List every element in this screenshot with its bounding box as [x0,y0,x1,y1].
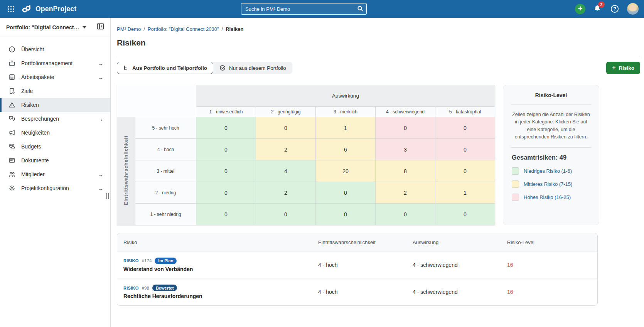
risk-impact-value: 4 - schwerwiegend [406,262,501,268]
legend-high-risk[interactable]: Hohes Risiko (16-25) [512,194,593,201]
matrix-cell[interactable]: 4 [256,160,316,182]
matrix-cell[interactable]: 0 [435,160,495,182]
sidebar-item-uebersicht[interactable]: Übersicht [0,42,110,56]
sidebar: Portfolio: "Digital Connect 203..." Über… [0,18,111,327]
top-bar: OpenProject + 2 ? [0,0,644,18]
sidebar-item-risiken[interactable]: Risiken [0,98,110,112]
breadcrumb-project-link[interactable]: PM² Demo [117,26,141,32]
matrix-cell[interactable]: 0 [256,204,316,225]
matrix-cell[interactable]: 0 [316,182,376,204]
submenu-arrow-icon: → [98,116,103,122]
sidebar-item-portfoliomanagement[interactable]: Portfoliomanagement → [0,56,110,70]
column-header-risiko: Risiko [117,239,312,245]
sidebar-item-ziele[interactable]: Ziele [0,84,110,98]
matrix-probability-title: Eintrittswahrscheinlichkeit [117,117,135,225]
matrix-cell[interactable]: 1 [316,117,376,139]
documents-icon [8,157,15,164]
openproject-logo-mark [22,5,32,13]
sidebar-item-neuigkeiten[interactable]: Neuigkeiten [0,126,110,140]
risk-title[interactable]: Widerstand von Verbänden [123,266,312,272]
quick-add-button[interactable]: + [575,4,585,14]
help-icon[interactable]: ? [610,4,619,13]
filter-portfolio-and-subportfolio-button[interactable]: Aus Portfolio und Teilportfolio [117,62,213,74]
matrix-cell[interactable]: 3 [376,139,435,160]
work-packages-icon [8,74,15,81]
matrix-cell[interactable]: 2 [376,182,435,204]
risk-probability-value: 4 - hoch [312,262,406,268]
risk-table-header: Risiko Eintrittswahrscheinlichkeit Auswi… [117,233,597,251]
matrix-probability-label: 3 - mittel [135,160,196,182]
status-badge[interactable]: Bewertet [152,285,177,291]
sidebar-item-besprechungen[interactable]: Besprechungen → [0,112,110,126]
briefcase-icon [8,60,15,67]
matrix-cell[interactable]: 0 [196,139,256,160]
notifications-button[interactable]: 2 [593,4,602,13]
matrix-cell[interactable]: 2 [256,139,316,160]
sidebar-item-label: Arbeitspakete [21,74,54,80]
breadcrumb-portfolio-link[interactable]: Portfolio: "Digital Connect 2030" [148,26,219,32]
matrix-cell[interactable]: 0 [376,204,435,225]
openproject-logo[interactable]: OpenProject [22,5,76,13]
matrix-cell[interactable]: 0 [316,204,376,225]
sidebar-item-arbeitspakete[interactable]: Arbeitspakete → [0,70,110,84]
high-risk-swatch [512,194,519,201]
meetings-icon [8,115,15,122]
notification-count-badge: 2 [598,2,605,8]
matrix-cell[interactable]: 0 [256,117,316,139]
matrix-probability-label: 1 - sehr niedrig [135,204,196,225]
submenu-arrow-icon: → [98,185,103,192]
matrix-cell[interactable]: 6 [316,139,376,160]
risk-title[interactable]: Rechtliche Herausforderungen [123,293,312,299]
matrix-cell[interactable]: 0 [196,117,256,139]
legend-low-risk[interactable]: Niedriges Risiko (1-6) [512,167,593,175]
apps-grid-icon[interactable] [5,3,16,14]
matrix-cell[interactable]: 0 [435,139,495,160]
risk-row[interactable]: RISIKO#98BewertetRechtliche Herausforder… [117,278,597,305]
user-avatar[interactable] [627,3,639,15]
header-divider [117,57,640,57]
global-search [241,3,367,15]
risk-level-panel: Risiko-Level Zellen zeigen die Anzahl de… [503,85,599,225]
matrix-impact-label: 4 - schwerwiegend [376,107,435,117]
sidebar-item-dokumente[interactable]: Dokumente [0,153,110,167]
matrix-cell[interactable]: 8 [376,160,435,182]
low-risk-swatch [512,167,519,175]
matrix-impact-title: Auswirkung [196,85,495,107]
search-icon[interactable] [357,5,364,13]
submenu-arrow-icon: → [98,171,103,178]
matrix-cell[interactable]: 20 [316,160,376,182]
sidebar-resize-handle[interactable] [106,193,109,199]
risk-type-label[interactable]: RISIKO [123,258,139,263]
hierarchy-icon [123,65,129,71]
sidebar-collapse-button[interactable] [97,23,104,31]
filter-only-this-portfolio-button[interactable]: Nur aus diesem Portfolio [213,62,292,74]
legend-medium-risk[interactable]: Mittleres Risiko (7-15) [512,180,593,188]
add-risk-button[interactable]: + Risiko [606,62,640,74]
sidebar-item-label: Besprechungen [21,116,59,122]
matrix-cell[interactable]: 0 [196,160,256,182]
search-input[interactable] [241,3,367,15]
sidebar-item-budgets[interactable]: Budgets [0,140,110,153]
sidebar-item-projektkonfiguration[interactable]: Projektkonfiguration → [0,181,110,195]
risk-level-panel-title: Risiko-Level [509,92,593,98]
sidebar-item-mitglieder[interactable]: Mitglieder → [0,167,110,181]
matrix-probability-label: 4 - hoch [135,139,196,160]
matrix-cell[interactable]: 1 [435,182,495,204]
members-icon [8,171,15,178]
risk-row[interactable]: RISIKO#174Im PlanWiderstand von Verbände… [117,251,597,278]
matrix-cell[interactable]: 0 [376,117,435,139]
status-badge[interactable]: Im Plan [155,258,177,264]
project-selector[interactable]: Portfolio: "Digital Connect 203..." [0,18,110,37]
matrix-cell[interactable]: 0 [435,117,495,139]
risk-type-label[interactable]: RISIKO [123,286,139,290]
target-check-icon [219,65,226,71]
matrix-corner-cell [117,85,196,117]
matrix-cell[interactable]: 0 [196,182,256,204]
matrix-cell[interactable]: 0 [435,204,495,225]
matrix-cell[interactable]: 2 [256,182,316,204]
matrix-cell[interactable]: 0 [196,204,256,225]
total-risks-label: Gesamtrisiken: 49 [512,154,593,161]
risk-id: #174 [142,258,152,263]
column-header-impact: Auswirkung [406,239,501,245]
main-content: PM² Demo / Portfolio: "Digital Connect 2… [111,18,644,327]
